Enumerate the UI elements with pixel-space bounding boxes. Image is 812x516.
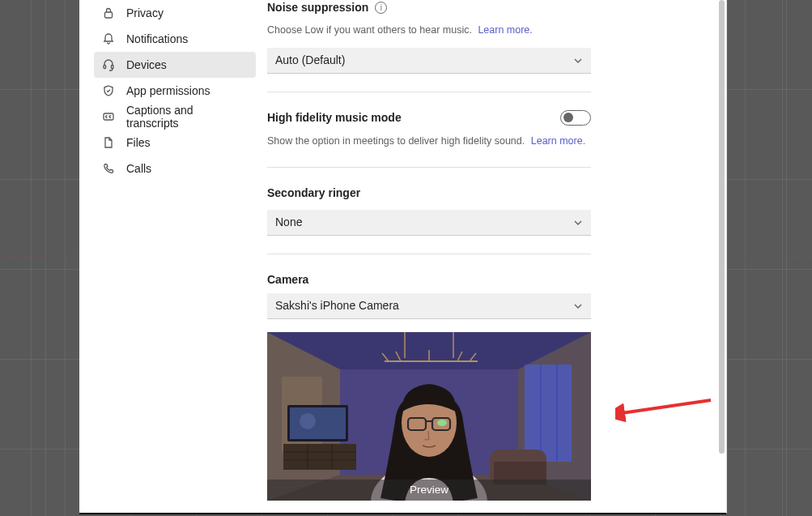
file-icon [102, 136, 115, 149]
chevron-down-icon [573, 217, 583, 227]
section-divider [267, 167, 591, 168]
svg-rect-3 [104, 113, 113, 120]
settings-sidebar: Privacy Notifications Devices App permis… [79, 0, 267, 513]
sidebar-item-privacy[interactable]: Privacy [94, 0, 256, 26]
lock-icon [102, 6, 115, 19]
svg-rect-1 [104, 66, 106, 69]
sidebar-item-label: App permissions [126, 84, 210, 97]
secondary-ringer-dropdown[interactable]: None [267, 210, 591, 236]
camera-preview: Preview [267, 332, 591, 501]
sidebar-item-calls[interactable]: Calls [94, 156, 256, 181]
sidebar-item-notifications[interactable]: Notifications [94, 26, 256, 52]
shield-icon [102, 84, 115, 97]
sidebar-item-label: Privacy [126, 6, 164, 19]
hifi-desc: Show the option in meetings to deliver h… [267, 134, 689, 149]
svg-rect-14 [290, 407, 346, 439]
sidebar-item-app-permissions[interactable]: App permissions [94, 78, 256, 104]
sidebar-item-label: Files [126, 136, 151, 149]
scrollbar[interactable] [717, 0, 726, 513]
noise-suppression-dropdown[interactable]: Auto (Default) [267, 48, 591, 74]
cc-icon [102, 110, 115, 123]
svg-rect-16 [283, 444, 356, 470]
sidebar-item-files[interactable]: Files [94, 130, 256, 156]
sidebar-item-label: Calls [126, 162, 151, 175]
svg-rect-2 [111, 66, 113, 69]
info-icon[interactable]: i [375, 2, 387, 14]
hifi-title: High fidelity music mode [267, 111, 402, 124]
sidebar-item-label: Devices [126, 58, 167, 71]
preview-label: Preview [267, 480, 591, 501]
sidebar-item-devices[interactable]: Devices [94, 52, 256, 78]
dropdown-value: Auto (Default) [275, 53, 345, 66]
headset-icon [102, 58, 115, 71]
settings-content: Noise suppression i Choose Low if you wa… [267, 0, 726, 513]
learn-more-link[interactable]: Learn more. [478, 24, 532, 36]
dropdown-value: Sakshi's iPhone Camera [275, 299, 399, 312]
learn-more-link[interactable]: Learn more. [531, 135, 585, 147]
phone-icon [102, 162, 115, 175]
chevron-down-icon [573, 301, 583, 310]
sidebar-item-captions[interactable]: Captions and transcripts [94, 104, 256, 130]
secondary-ringer-title: Secondary ringer [267, 186, 360, 199]
sidebar-item-label: Notifications [126, 32, 188, 45]
chevron-down-icon [573, 55, 583, 65]
scrollbar-thumb[interactable] [719, 0, 725, 454]
sidebar-item-label: Captions and transcripts [126, 104, 248, 130]
svg-rect-9 [525, 365, 572, 462]
svg-point-30 [437, 420, 447, 426]
noise-suppression-desc: Choose Low if you want others to hear mu… [267, 23, 689, 38]
bell-icon [102, 32, 115, 45]
svg-point-15 [300, 413, 316, 429]
section-divider [267, 92, 591, 92]
noise-suppression-title: Noise suppression i [267, 1, 387, 14]
svg-rect-0 [105, 12, 113, 18]
hifi-toggle[interactable] [560, 110, 591, 126]
camera-title: Camera [267, 273, 308, 286]
dropdown-value: None [275, 215, 302, 228]
camera-dropdown[interactable]: Sakshi's iPhone Camera [267, 293, 591, 319]
settings-modal: Privacy Notifications Devices App permis… [79, 0, 727, 514]
section-divider [267, 254, 591, 254]
